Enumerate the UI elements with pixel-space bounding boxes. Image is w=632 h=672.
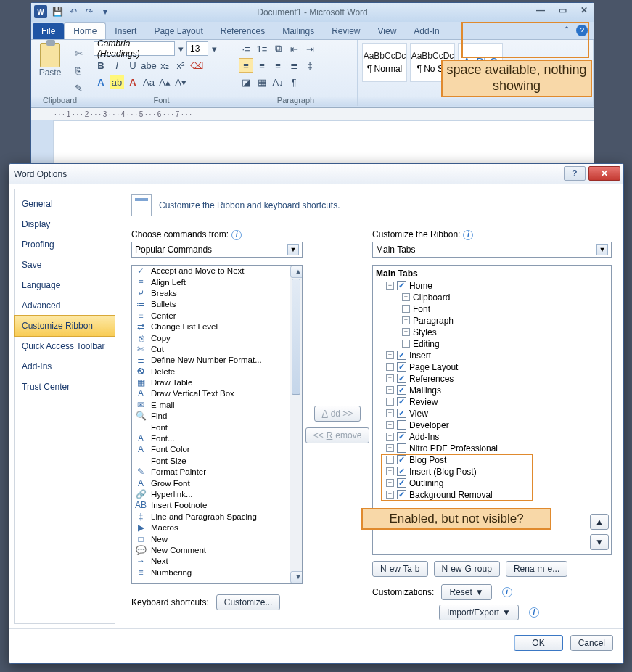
tab-view[interactable]: View <box>369 23 406 39</box>
new-tab-button[interactable]: New Tab <box>372 561 428 577</box>
superscript-button[interactable]: x² <box>173 58 188 73</box>
command-item[interactable]: ‡Line and Paragraph Spacing▸ <box>132 511 302 522</box>
tree-node[interactable]: +Developer <box>376 419 608 431</box>
commands-listbox[interactable]: ▲ ▼ ✓Accept and Move to Next≡Align Left⤶… <box>131 265 303 584</box>
command-item[interactable]: ≣Define New Number Format... <box>132 355 302 366</box>
command-item[interactable]: ▦Draw Table <box>132 377 302 388</box>
tree-node[interactable]: +Mailings <box>376 385 608 396</box>
customize-ribbon-select[interactable]: Main Tabs▼ <box>372 242 612 258</box>
command-item[interactable]: ▶Macros▸ <box>132 522 302 533</box>
qat-dropdown-icon[interactable]: ▾ <box>99 6 111 17</box>
highlight-button[interactable]: ab <box>110 75 124 89</box>
tab-page-layout[interactable]: Page Layout <box>145 23 211 39</box>
format-painter-icon[interactable]: ✎ <box>71 81 86 95</box>
command-item[interactable]: 💬New Comment <box>132 544 302 555</box>
align-right-button[interactable]: ≡ <box>271 58 285 73</box>
command-item[interactable]: ≡Center <box>132 310 302 321</box>
tree-node[interactable]: −Home <box>376 280 608 292</box>
command-item[interactable]: ✎Format Painter <box>132 467 302 478</box>
font-size-combo[interactable]: 13 <box>186 41 208 56</box>
nav-item-language[interactable]: Language <box>15 275 115 295</box>
expander-icon[interactable]: + <box>386 374 394 382</box>
tree-node[interactable]: +Review <box>376 396 608 408</box>
maximize-button[interactable]: ▭ <box>554 5 570 15</box>
checkbox[interactable] <box>397 374 406 383</box>
checkbox[interactable] <box>397 385 406 395</box>
tree-node[interactable]: +Editing <box>376 338 608 350</box>
numbering-button[interactable]: 1≡ <box>255 41 269 56</box>
font-name-combo[interactable]: Cambria (Headings) <box>94 41 175 56</box>
align-center-button[interactable]: ≡ <box>255 58 269 73</box>
scroll-up-icon[interactable]: ▲ <box>290 266 303 278</box>
command-item[interactable]: ✉E-mail <box>132 399 302 410</box>
tree-node[interactable]: +References <box>376 373 608 385</box>
tree-node[interactable]: +Styles <box>376 327 608 338</box>
font-name-dropdown-icon[interactable]: ▾ <box>176 41 185 56</box>
checkbox[interactable] <box>397 281 406 290</box>
tree-node[interactable]: +Clipboard <box>376 292 608 303</box>
tab-file[interactable]: File <box>33 23 64 39</box>
multilevel-button[interactable]: ⧉ <box>271 41 285 56</box>
command-item[interactable]: ⎘Copy <box>132 332 302 343</box>
dialog-help-button[interactable]: ? <box>564 166 586 181</box>
command-item[interactable]: 🛇Delete <box>132 366 302 377</box>
checkbox[interactable] <box>397 362 406 372</box>
command-item[interactable]: 🔍Find <box>132 411 302 422</box>
command-item[interactable]: ADraw Vertical Text Box <box>132 388 302 399</box>
tree-node[interactable]: +Paragraph <box>376 315 608 327</box>
cancel-button[interactable]: Cancel <box>570 635 613 651</box>
align-left-button[interactable]: ≡ <box>239 58 253 73</box>
checkbox[interactable] <box>397 397 406 406</box>
nav-item-add-ins[interactable]: Add-Ins <box>15 356 115 377</box>
expander-icon[interactable]: + <box>402 316 410 324</box>
move-down-button[interactable]: ▼ <box>590 534 609 550</box>
grow-font-button[interactable]: A▴ <box>157 75 172 89</box>
expander-icon[interactable]: + <box>386 433 394 441</box>
tree-node[interactable]: +Insert <box>376 350 608 361</box>
expander-icon[interactable]: − <box>386 282 394 290</box>
sort-button[interactable]: A↓ <box>271 75 285 89</box>
bullets-button[interactable]: ∙≡ <box>239 41 253 56</box>
command-item[interactable]: AGrow Font <box>132 478 302 488</box>
nav-item-display[interactable]: Display <box>15 214 115 234</box>
command-item[interactable]: 🔗Hyperlink... <box>132 488 302 499</box>
checkbox[interactable] <box>397 351 406 360</box>
copy-icon[interactable]: ⎘ <box>71 63 86 78</box>
tab-references[interactable]: References <box>212 23 274 39</box>
increase-indent-button[interactable]: ⇥ <box>303 41 317 56</box>
nav-item-proofing[interactable]: Proofing <box>15 234 115 255</box>
nav-item-advanced[interactable]: Advanced <box>15 295 115 316</box>
ruler[interactable]: · · · 1 · · · 2 · · · 3 · · · 4 · · · 5 … <box>31 107 594 120</box>
customize-keyboard-button[interactable]: Customize... <box>216 594 281 610</box>
shrink-font-button[interactable]: A▾ <box>173 75 188 89</box>
tree-node[interactable]: +Page Layout <box>376 361 608 373</box>
italic-button[interactable]: I <box>110 58 124 73</box>
save-icon[interactable]: 💾 <box>52 6 63 17</box>
tree-node[interactable]: +Add-Ins <box>376 431 608 443</box>
line-spacing-button[interactable]: ‡ <box>303 58 317 73</box>
font-color-button[interactable]: A <box>126 75 140 89</box>
add-button[interactable]: AAdd >>dd >> <box>314 406 361 422</box>
expander-icon[interactable]: + <box>386 444 394 452</box>
expander-icon[interactable]: + <box>402 305 410 313</box>
clear-format-button[interactable]: ⌫ <box>189 58 204 73</box>
tab-home[interactable]: Home <box>64 22 106 39</box>
command-item[interactable]: ≡Align Left <box>132 276 302 287</box>
decrease-indent-button[interactable]: ⇤ <box>287 41 301 56</box>
new-group-button[interactable]: New Group <box>434 561 500 577</box>
nav-item-trust-center[interactable]: Trust Center <box>15 377 115 397</box>
move-up-button[interactable]: ▲ <box>590 514 609 530</box>
expander-icon[interactable]: + <box>386 351 394 359</box>
info-icon[interactable]: i <box>231 230 242 240</box>
tab-mailings[interactable]: Mailings <box>274 23 323 39</box>
checkbox[interactable] <box>397 443 406 453</box>
tree-node[interactable]: +Font <box>376 303 608 315</box>
command-item[interactable]: □New <box>132 533 302 544</box>
nav-item-save[interactable]: Save <box>15 255 115 275</box>
command-item[interactable]: ABInsert Footnote <box>132 500 302 511</box>
tree-node[interactable]: +View <box>376 408 608 419</box>
command-item[interactable]: ✄Cut <box>132 343 302 354</box>
strike-button[interactable]: abe <box>141 58 156 73</box>
scrollbar[interactable]: ▲ ▼ <box>290 266 302 583</box>
expander-icon[interactable]: + <box>386 386 394 394</box>
